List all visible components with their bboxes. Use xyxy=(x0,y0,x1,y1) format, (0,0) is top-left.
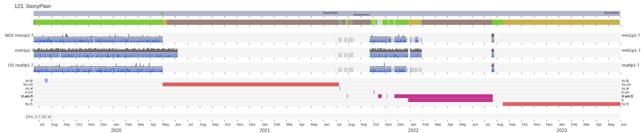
signal-dark-bar xyxy=(397,67,398,67)
axis-tick xyxy=(509,120,510,121)
signal-blue-bar xyxy=(169,55,170,57)
axis-tick xyxy=(274,58,274,59)
quality-band-segment xyxy=(422,20,492,25)
signal-light-bar xyxy=(51,53,52,57)
signal-dark-bar xyxy=(158,49,158,52)
signal-dark-bar xyxy=(399,48,400,52)
signal-dark-bar xyxy=(124,66,125,67)
signal-dark-bar xyxy=(46,37,46,37)
signal-dark-bar xyxy=(150,37,151,37)
signal-blue-bar xyxy=(86,42,87,42)
signal-blue-bar xyxy=(73,42,73,42)
signal-dark-bar xyxy=(165,49,165,52)
axis-tick xyxy=(150,120,151,121)
signal-dark-bar xyxy=(131,37,131,37)
signal-dark-bar xyxy=(492,34,492,37)
signal-blue-bar xyxy=(34,70,35,72)
signal-blue-bar xyxy=(150,40,150,42)
signal-dark-bar xyxy=(375,67,376,67)
signal-dark-bar xyxy=(115,49,116,52)
signal-blue-bar xyxy=(96,56,97,57)
signal-dark-bar xyxy=(122,49,123,52)
signal-blue-bar xyxy=(77,57,77,57)
axis-tick xyxy=(348,106,349,108)
axis-tick xyxy=(546,25,547,26)
signal-dark-bar xyxy=(154,37,154,37)
axis-tick xyxy=(559,25,559,26)
signal-blue-bar xyxy=(402,71,403,72)
signal-blue-bar xyxy=(70,57,71,57)
signal-blue-bar xyxy=(111,57,112,57)
signal-blue-bar xyxy=(380,41,380,42)
signal-light-bar xyxy=(77,54,77,57)
signal-dark-bar xyxy=(88,49,88,52)
axis-tick xyxy=(422,106,423,108)
quality-band-segment xyxy=(378,20,382,25)
signal-light-bar xyxy=(100,54,101,57)
signal-light-bar xyxy=(122,53,123,57)
signal-dark-bar xyxy=(83,66,84,67)
signal-dark-bar xyxy=(54,67,54,67)
signal-blue-bar xyxy=(375,41,376,42)
signal-blue-bar xyxy=(142,57,143,57)
signal-light-bar xyxy=(135,54,136,57)
axis-tick xyxy=(435,106,435,108)
signal-dark-bar xyxy=(154,49,155,52)
signal-dark-bar xyxy=(63,49,64,52)
signal-dark-bar xyxy=(390,37,390,37)
signal-blue-bar xyxy=(403,41,404,42)
axis-tick xyxy=(311,58,312,59)
signal-blue-bar xyxy=(42,70,43,72)
signal-blue-bar xyxy=(42,71,42,72)
signal-dark-bar xyxy=(86,49,86,52)
signal-blue-bar xyxy=(373,57,374,57)
signal-dark-bar xyxy=(54,36,54,37)
signal-dark-bar xyxy=(113,66,114,67)
axis-tick xyxy=(509,16,510,18)
signal-light-bar xyxy=(38,53,38,57)
signal-blue-bar xyxy=(405,55,406,57)
signal-dark-bar xyxy=(62,34,63,37)
axis-tick xyxy=(175,73,176,74)
signal-dark-bar xyxy=(58,48,58,52)
signal-dark-bar xyxy=(126,37,127,37)
signal-dark-bar xyxy=(106,49,106,52)
signal-dark-bar xyxy=(56,48,56,52)
signal-dark-bar xyxy=(109,67,109,67)
signal-dark-bar xyxy=(102,67,102,67)
signal-blue-bar xyxy=(75,40,75,42)
signal-dark-bar xyxy=(70,37,71,37)
signal-dark-bar xyxy=(60,66,60,67)
signal-blue-bar xyxy=(36,72,37,72)
signal-blue-bar xyxy=(44,71,44,72)
signal-blue-bar xyxy=(111,42,112,42)
signal-dark-bar xyxy=(492,34,493,37)
signal-dark-bar xyxy=(142,50,142,52)
signal-dark-bar xyxy=(76,66,76,67)
axis-tick xyxy=(620,120,621,121)
signal-dark-bar xyxy=(374,36,375,37)
signal-dark-bar xyxy=(375,48,376,52)
signal-blue-bar xyxy=(375,71,376,72)
signal-blue-bar xyxy=(44,40,44,42)
signal-blue-bar xyxy=(76,41,76,42)
axis-tick xyxy=(484,16,485,18)
signal-blue-bar xyxy=(107,71,107,72)
signal-dark-bar xyxy=(118,66,118,67)
axis-tick xyxy=(138,58,138,59)
axis-tick xyxy=(584,106,584,108)
axis-tick xyxy=(608,120,608,121)
signal-blue-bar xyxy=(123,57,124,57)
axis-tick xyxy=(410,120,410,121)
axis-tick xyxy=(522,73,522,74)
station-marker-icon: ✽ xyxy=(161,11,164,16)
signal-dark-bar xyxy=(38,48,39,52)
signal-blue-bar xyxy=(88,42,88,42)
signal-light-bar xyxy=(158,53,159,57)
signal-blue-bar xyxy=(165,56,165,57)
axis-month-label: May xyxy=(457,122,469,126)
signal-dark-bar xyxy=(405,49,406,52)
quality-band-segment xyxy=(382,20,388,25)
axis-tick xyxy=(76,58,76,59)
signal-dark-bar xyxy=(80,66,81,67)
